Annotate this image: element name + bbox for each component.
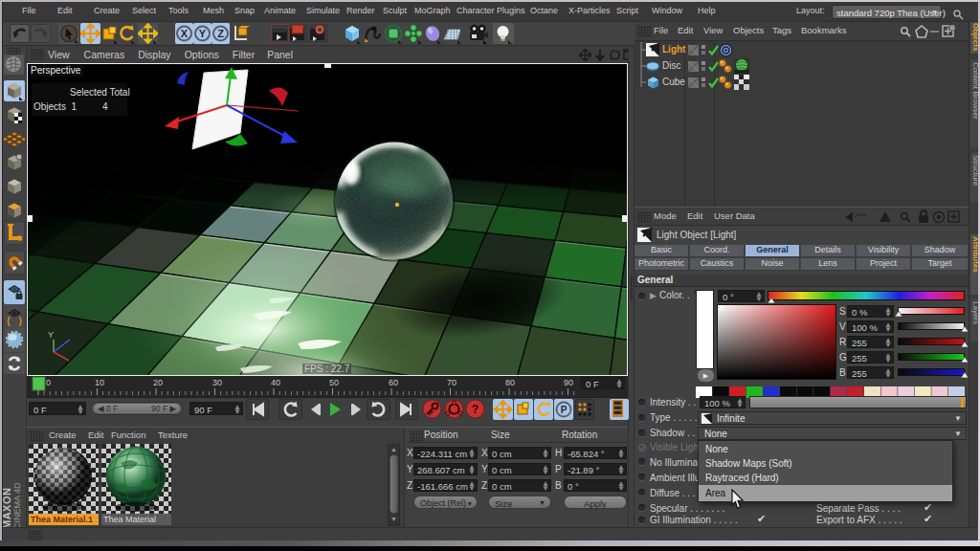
svg-text:Z: Z — [217, 28, 224, 39]
svg-text:X: X — [181, 28, 189, 39]
svg-text:Y: Y — [48, 330, 54, 340]
svg-text:0: 0 — [46, 378, 51, 387]
svg-text:10: 10 — [95, 378, 104, 387]
svg-text:40: 40 — [271, 378, 280, 387]
svg-text:?: ? — [472, 403, 479, 416]
svg-text:60: 60 — [389, 378, 398, 387]
svg-text:( ): ( ) — [6, 317, 23, 327]
svg-text:70: 70 — [447, 378, 457, 387]
svg-text:Y: Y — [199, 28, 207, 39]
svg-text:20: 20 — [153, 378, 163, 387]
svg-text:50: 50 — [329, 378, 339, 387]
svg-text:90: 90 — [564, 378, 573, 387]
svg-text:30: 30 — [212, 378, 222, 387]
svg-text:80: 80 — [505, 378, 515, 387]
svg-text:P: P — [561, 405, 568, 415]
